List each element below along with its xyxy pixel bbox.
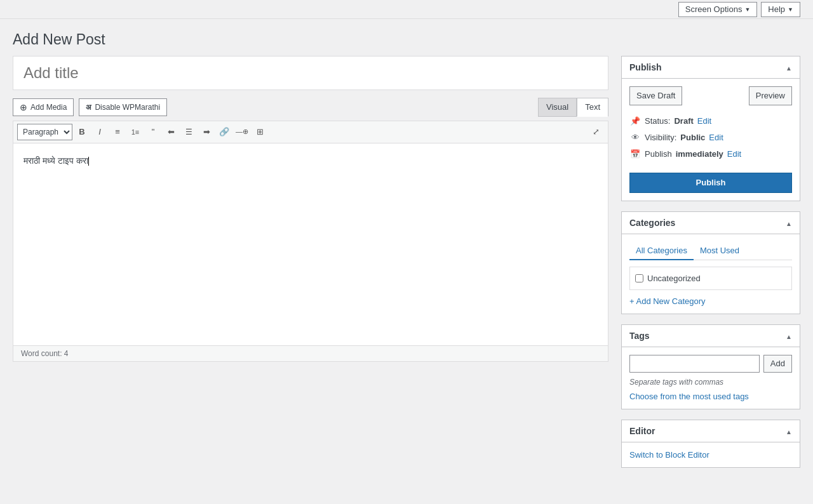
tags-hint: Separate tags with commas bbox=[629, 378, 792, 387]
main-layout: ⊕ Add Media अ Disable WPMarathi Visual T… bbox=[0, 56, 813, 491]
editor-tabs: Visual Text bbox=[538, 98, 608, 117]
status-label: Status: bbox=[645, 116, 670, 126]
top-bar: Screen Options ▼ Help ▼ bbox=[0, 0, 813, 19]
publish-time-value: immediately bbox=[676, 149, 723, 159]
tags-chevron-up-icon bbox=[786, 330, 792, 342]
publish-panel-header: Publish bbox=[622, 56, 800, 79]
word-count-bar: Word count: 4 bbox=[13, 346, 608, 362]
categories-chevron-up-icon bbox=[786, 217, 792, 229]
editor-panel-title: Editor bbox=[629, 426, 655, 436]
paragraph-select[interactable]: Paragraph bbox=[17, 124, 72, 140]
visibility-row: 👁 Visibility: Public Edit bbox=[629, 129, 792, 146]
more-tag-button[interactable]: —⊕ bbox=[234, 124, 250, 140]
disable-wpmarathi-label: Disable WPMarathi bbox=[95, 103, 160, 112]
wpmarathi-icon: अ bbox=[86, 103, 91, 112]
publish-chevron-up-icon bbox=[786, 62, 792, 73]
categories-list: Uncategorized bbox=[629, 267, 792, 290]
fullscreen-icon: ⤢ bbox=[593, 127, 600, 136]
align-center-icon: ☰ bbox=[185, 128, 192, 136]
word-count-label: Word count: bbox=[21, 349, 62, 358]
align-center-button[interactable]: ☰ bbox=[180, 124, 197, 140]
publish-time-label: Publish bbox=[645, 149, 672, 159]
disable-wpmarathi-button[interactable]: अ Disable WPMarathi bbox=[79, 98, 167, 116]
fullscreen-button[interactable]: ⤢ bbox=[588, 124, 604, 140]
category-checkbox-uncategorized[interactable] bbox=[635, 274, 643, 282]
tags-input[interactable] bbox=[629, 355, 760, 373]
tab-text[interactable]: Text bbox=[577, 98, 608, 117]
more-tag-icon: —⊕ bbox=[236, 128, 248, 136]
categories-panel-toggle[interactable] bbox=[786, 217, 792, 229]
status-edit-link[interactable]: Edit bbox=[697, 116, 711, 126]
tags-panel-header: Tags bbox=[622, 325, 800, 347]
table-icon: ⊞ bbox=[257, 127, 264, 136]
publish-panel: Publish Save Draft Preview 📌 bbox=[621, 56, 800, 201]
bold-button[interactable]: B bbox=[74, 124, 90, 140]
list-item: Uncategorized bbox=[635, 272, 786, 284]
tags-panel-body: Add Separate tags with commas Choose fro… bbox=[622, 347, 800, 409]
align-left-button[interactable]: ⬅ bbox=[163, 124, 179, 140]
formatting-toolbar: Paragraph B I ≡ 1≡ " ⬅ ☰ ➡ 🔗 bbox=[13, 121, 608, 143]
add-tag-label: Add bbox=[770, 359, 785, 368]
preview-label: Preview bbox=[756, 91, 785, 100]
editor-toolbar-row: ⊕ Add Media अ Disable WPMarathi Visual T… bbox=[13, 98, 608, 117]
italic-button[interactable]: I bbox=[91, 124, 108, 140]
blockquote-icon: " bbox=[152, 127, 155, 136]
align-left-icon: ⬅ bbox=[168, 127, 175, 136]
status-value: Draft bbox=[674, 116, 693, 126]
categories-panel: Categories All Categories Most Used Unca… bbox=[621, 211, 800, 314]
page-title: Add New Post bbox=[13, 30, 800, 50]
editor-content-text: मराठी मध्ये टाइप करा bbox=[24, 156, 88, 166]
categories-tabs: All Categories Most Used bbox=[629, 242, 792, 260]
editor-chevron-up-icon bbox=[786, 425, 792, 437]
status-row: 📌 Status: Draft Edit bbox=[629, 113, 792, 129]
editor-panel-header: Editor bbox=[622, 420, 800, 442]
add-media-button[interactable]: ⊕ Add Media bbox=[13, 98, 74, 116]
eye-icon: 👁 bbox=[629, 132, 641, 143]
publish-button-label: Publish bbox=[696, 178, 726, 187]
add-media-label: Add Media bbox=[30, 103, 67, 112]
categories-panel-header: Categories bbox=[622, 212, 800, 234]
align-right-icon: ➡ bbox=[203, 127, 210, 136]
calendar-icon: 📅 bbox=[629, 149, 641, 160]
title-input[interactable] bbox=[13, 56, 608, 90]
publish-panel-toggle[interactable] bbox=[786, 62, 792, 73]
most-used-tags-link[interactable]: Choose from the most used tags bbox=[629, 392, 749, 401]
link-button[interactable]: 🔗 bbox=[216, 124, 232, 140]
align-right-button[interactable]: ➡ bbox=[198, 124, 215, 140]
editor-content[interactable]: मराठी मध्ये टाइप करा bbox=[13, 143, 608, 346]
editor-panel-toggle[interactable] bbox=[786, 425, 792, 437]
help-label: Help bbox=[768, 4, 785, 14]
most-used-categories-tab[interactable]: Most Used bbox=[694, 242, 746, 260]
categories-panel-body: All Categories Most Used Uncategorized +… bbox=[622, 234, 800, 314]
publish-panel-title: Publish bbox=[629, 62, 662, 72]
help-button[interactable]: Help ▼ bbox=[761, 2, 800, 17]
preview-button[interactable]: Preview bbox=[749, 86, 792, 105]
add-tag-button[interactable]: Add bbox=[763, 355, 792, 373]
switch-to-block-editor-link[interactable]: Switch to Block Editor bbox=[629, 450, 709, 460]
category-label-uncategorized: Uncategorized bbox=[647, 274, 701, 283]
all-categories-tab[interactable]: All Categories bbox=[629, 242, 694, 260]
tags-input-row: Add bbox=[629, 355, 792, 373]
tab-visual[interactable]: Visual bbox=[538, 98, 577, 117]
publish-panel-body: Save Draft Preview 📌 Status: Draft Edit … bbox=[622, 79, 800, 201]
link-icon: 🔗 bbox=[219, 127, 229, 136]
unordered-list-button[interactable]: ≡ bbox=[109, 124, 126, 140]
publish-time-edit-link[interactable]: Edit bbox=[727, 149, 741, 159]
blockquote-button[interactable]: " bbox=[145, 124, 161, 140]
help-chevron-icon: ▼ bbox=[788, 6, 793, 13]
editor-panel: Editor Switch to Block Editor bbox=[621, 420, 800, 468]
table-button[interactable]: ⊞ bbox=[252, 124, 268, 140]
visibility-edit-link[interactable]: Edit bbox=[709, 133, 723, 142]
publish-button[interactable]: Publish bbox=[629, 173, 792, 193]
page-header: Add New Post bbox=[0, 19, 813, 56]
word-count-value: 4 bbox=[64, 349, 69, 358]
save-draft-button[interactable]: Save Draft bbox=[629, 86, 682, 105]
screen-options-button[interactable]: Screen Options ▼ bbox=[678, 2, 758, 17]
ordered-list-button[interactable]: 1≡ bbox=[127, 124, 144, 140]
add-new-category-link[interactable]: + Add New Category bbox=[629, 296, 706, 306]
visibility-value: Public bbox=[680, 133, 705, 142]
pin-icon: 📌 bbox=[629, 116, 641, 127]
sidebar: Publish Save Draft Preview 📌 bbox=[621, 56, 800, 478]
tab-visual-label: Visual bbox=[546, 102, 568, 112]
tags-panel-toggle[interactable] bbox=[786, 330, 792, 342]
